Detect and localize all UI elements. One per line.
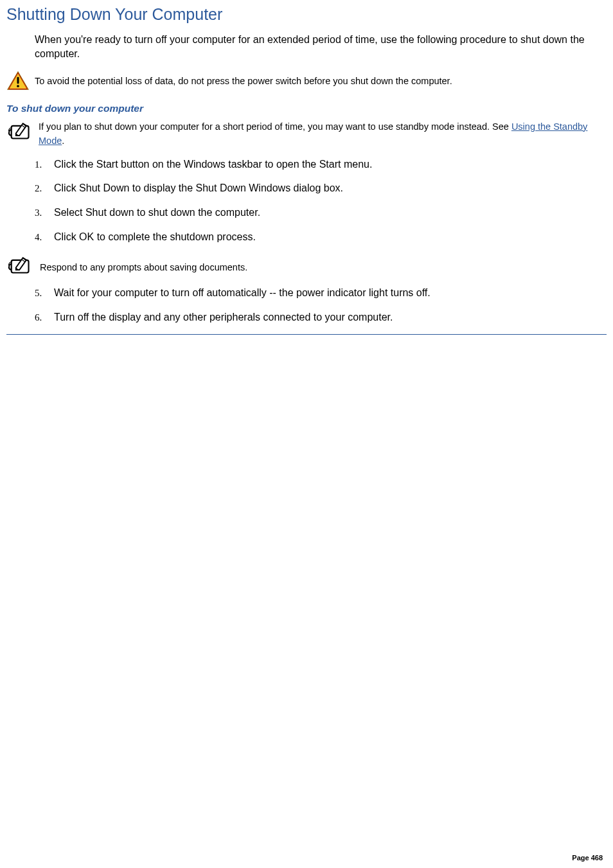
note-save-prompts: Respond to any prompts about saving docu… [6, 254, 607, 276]
step-item: 5.Wait for your computer to turn off aut… [35, 286, 607, 300]
pencil-note-icon [6, 254, 35, 276]
step-number: 5. [35, 287, 42, 299]
svg-point-3 [17, 85, 19, 87]
warning-icon [6, 71, 30, 91]
step-text: Select Shut down to shut down the comput… [54, 207, 260, 218]
step-text: Click the Start button on the Windows ta… [54, 159, 372, 170]
step-item: 1.Click the Start button on the Windows … [35, 157, 607, 172]
step-text: Click OK to complete the shutdown proces… [54, 231, 256, 242]
intro-paragraph: When you're ready to turn off your compu… [35, 33, 607, 62]
step-text: Turn off the display and any other perip… [54, 312, 393, 323]
step-item: 2.Click Shut Down to display the Shut Do… [35, 181, 607, 195]
procedure-heading: To shut down your computer [6, 103, 607, 114]
step-number: 1. [35, 158, 42, 171]
note-standby-text-after: . [62, 136, 64, 146]
page-number: Page 468 [572, 854, 603, 862]
pencil-note-icon [6, 120, 35, 141]
steps-list-b: 5.Wait for your computer to turn off aut… [35, 286, 607, 324]
warning-note: To avoid the potential loss of data, do … [6, 71, 607, 91]
svg-rect-2 [17, 77, 19, 84]
page-title: Shutting Down Your Computer [6, 5, 607, 24]
step-number: 6. [35, 311, 42, 324]
note-save-text: Respond to any prompts about saving docu… [40, 261, 247, 276]
step-number: 3. [35, 206, 42, 219]
step-text: Click Shut Down to display the Shut Down… [54, 182, 343, 193]
step-text: Wait for your computer to turn off autom… [54, 287, 431, 298]
step-item: 4.Click OK to complete the shutdown proc… [35, 230, 607, 244]
section-divider [6, 334, 607, 335]
step-number: 2. [35, 182, 42, 195]
steps-list-a: 1.Click the Start button on the Windows … [35, 157, 607, 244]
step-number: 4. [35, 231, 42, 244]
warning-text: To avoid the potential loss of data, do … [35, 75, 452, 87]
note-standby-text-before: If you plan to shut down your computer f… [39, 121, 511, 132]
step-item: 3.Select Shut down to shut down the comp… [35, 206, 607, 220]
note-standby: If you plan to shut down your computer f… [6, 120, 607, 148]
step-item: 6.Turn off the display and any other per… [35, 310, 607, 324]
